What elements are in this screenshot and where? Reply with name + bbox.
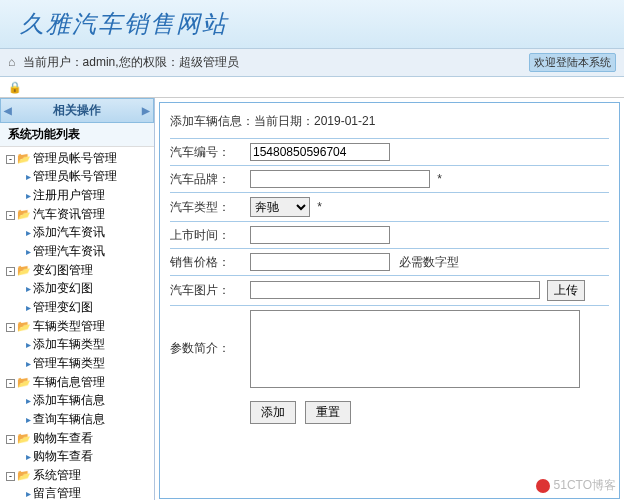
home-icon: ⌂: [8, 55, 15, 69]
row-price: 销售价格： 必需数字型: [170, 248, 609, 275]
tree-group[interactable]: -📂购物车查看: [4, 429, 150, 447]
site-header: 久雅汽车销售网站: [0, 0, 624, 48]
folder-icon: 📂: [17, 152, 31, 164]
folder-icon: 📂: [17, 376, 31, 388]
required-type: *: [317, 200, 322, 214]
leaf-icon: ▸: [26, 302, 31, 313]
tree-item[interactable]: ▸添加汽车资讯: [4, 223, 150, 242]
folder-icon: 📂: [17, 469, 31, 481]
label-price: 销售价格：: [170, 254, 250, 271]
leaf-icon: ▸: [26, 395, 31, 406]
hint-price: 必需数字型: [399, 255, 459, 269]
input-brand[interactable]: [250, 170, 430, 188]
tree-item[interactable]: ▸管理变幻图: [4, 298, 150, 317]
arrow-right-icon[interactable]: ▶: [142, 105, 150, 116]
row-car-no: 汽车编号：: [170, 138, 609, 165]
label-date: 上市时间：: [170, 227, 250, 244]
row-type: 汽车类型： 奔驰 *: [170, 192, 609, 221]
row-desc: 参数简介：: [170, 305, 609, 395]
tree-item[interactable]: ▸留言管理: [4, 484, 150, 500]
input-price[interactable]: [250, 253, 390, 271]
collapse-icon[interactable]: -: [6, 435, 15, 444]
tree-item[interactable]: ▸管理员帐号管理: [4, 167, 150, 186]
watermark: 51CTO博客: [536, 477, 616, 494]
leaf-icon: ▸: [26, 227, 31, 238]
tree-group[interactable]: -📂车辆类型管理: [4, 317, 150, 335]
collapse-icon[interactable]: -: [6, 323, 15, 332]
label-car-no: 汽车编号：: [170, 144, 250, 161]
reset-button[interactable]: 重置: [305, 401, 351, 424]
folder-icon: 📂: [17, 320, 31, 332]
input-image[interactable]: [250, 281, 540, 299]
content: 添加车辆信息：当前日期：2019-01-21 汽车编号： 汽车品牌： * 汽车类…: [155, 98, 624, 500]
tree-item[interactable]: ▸注册用户管理: [4, 186, 150, 205]
collapse-icon[interactable]: -: [6, 379, 15, 388]
tree-group[interactable]: -📂汽车资讯管理: [4, 205, 150, 223]
tree-group[interactable]: -📂系统管理: [4, 466, 150, 484]
label-brand: 汽车品牌：: [170, 171, 250, 188]
tree-group[interactable]: -📂管理员帐号管理: [4, 149, 150, 167]
leaf-icon: ▸: [26, 488, 31, 499]
leaf-icon: ▸: [26, 246, 31, 257]
required-brand: *: [437, 172, 442, 186]
lock-icon: 🔒: [8, 81, 22, 93]
leaf-icon: ▸: [26, 414, 31, 425]
tree-item[interactable]: ▸管理车辆类型: [4, 354, 150, 373]
label-image: 汽车图片：: [170, 282, 250, 299]
leaf-icon: ▸: [26, 190, 31, 201]
tree-header: 系统功能列表: [0, 123, 154, 147]
sidebar-title: ◀ 相关操作 ▶: [0, 98, 154, 123]
content-panel: 添加车辆信息：当前日期：2019-01-21 汽车编号： 汽车品牌： * 汽车类…: [159, 102, 620, 499]
lock-row: 🔒: [0, 77, 624, 98]
arrow-left-icon[interactable]: ◀: [4, 105, 12, 116]
form-title: 添加车辆信息：当前日期：2019-01-21: [170, 109, 609, 138]
tree-item[interactable]: ▸购物车查看: [4, 447, 150, 466]
tree-group[interactable]: -📂车辆信息管理: [4, 373, 150, 391]
leaf-icon: ▸: [26, 283, 31, 294]
submit-button[interactable]: 添加: [250, 401, 296, 424]
tree: -📂管理员帐号管理▸管理员帐号管理▸注册用户管理-📂汽车资讯管理▸添加汽车资讯▸…: [0, 147, 154, 500]
main: ◀ 相关操作 ▶ 系统功能列表 -📂管理员帐号管理▸管理员帐号管理▸注册用户管理…: [0, 98, 624, 500]
row-image: 汽车图片： 上传: [170, 275, 609, 305]
watermark-logo-icon: [536, 479, 550, 493]
leaf-icon: ▸: [26, 171, 31, 182]
leaf-icon: ▸: [26, 358, 31, 369]
row-date: 上市时间：: [170, 221, 609, 248]
button-row: 添加 重置: [170, 395, 609, 424]
tree-item[interactable]: ▸管理汽车资讯: [4, 242, 150, 261]
row-brand: 汽车品牌： *: [170, 165, 609, 192]
collapse-icon[interactable]: -: [6, 472, 15, 481]
upload-button[interactable]: 上传: [547, 280, 585, 301]
label-desc: 参数简介：: [170, 310, 250, 357]
tree-item[interactable]: ▸添加变幻图: [4, 279, 150, 298]
textarea-desc[interactable]: [250, 310, 580, 388]
welcome-badge: 欢迎登陆本系统: [529, 53, 616, 72]
user-bar: ⌂ 当前用户：admin,您的权限：超级管理员 欢迎登陆本系统: [0, 48, 624, 77]
folder-icon: 📂: [17, 208, 31, 220]
collapse-icon[interactable]: -: [6, 267, 15, 276]
tree-item[interactable]: ▸添加车辆信息: [4, 391, 150, 410]
sidebar: ◀ 相关操作 ▶ 系统功能列表 -📂管理员帐号管理▸管理员帐号管理▸注册用户管理…: [0, 98, 155, 500]
label-type: 汽车类型：: [170, 199, 250, 216]
tree-item[interactable]: ▸添加车辆类型: [4, 335, 150, 354]
select-type[interactable]: 奔驰: [250, 197, 310, 217]
leaf-icon: ▸: [26, 451, 31, 462]
current-user: ⌂ 当前用户：admin,您的权限：超级管理员: [8, 54, 239, 71]
collapse-icon[interactable]: -: [6, 155, 15, 164]
input-date[interactable]: [250, 226, 390, 244]
site-title: 久雅汽车销售网站: [20, 8, 604, 40]
folder-icon: 📂: [17, 432, 31, 444]
tree-group[interactable]: -📂变幻图管理: [4, 261, 150, 279]
tree-item[interactable]: ▸查询车辆信息: [4, 410, 150, 429]
folder-icon: 📂: [17, 264, 31, 276]
leaf-icon: ▸: [26, 339, 31, 350]
collapse-icon[interactable]: -: [6, 211, 15, 220]
input-car-no[interactable]: [250, 143, 390, 161]
